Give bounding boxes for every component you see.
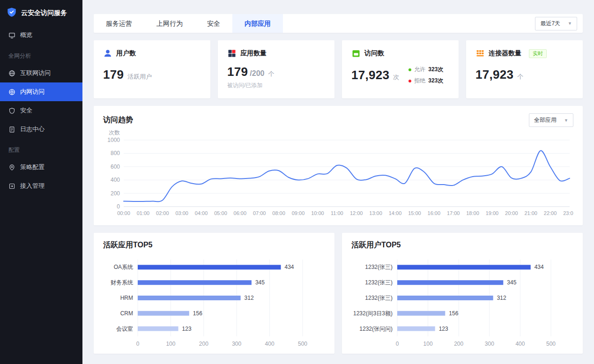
stat-card-users: 用户数 179 活跃用户 — [94, 40, 210, 98]
svg-text:14:00: 14:00 — [389, 210, 402, 216]
stat-unit: 次 — [393, 73, 399, 82]
overview-icon — [8, 32, 15, 39]
svg-text:02:00: 02:00 — [156, 210, 169, 216]
svg-text:156: 156 — [193, 310, 202, 317]
intranet-icon — [8, 89, 15, 96]
sidebar-item-intranet-access[interactable]: 内网访问 — [0, 82, 82, 101]
top-users-card: 活跃用户TOP5 01002003004005001232(张三)4341232… — [342, 233, 583, 354]
svg-text:17:00: 17:00 — [447, 210, 460, 216]
stat-unit: 个 — [517, 73, 523, 81]
date-range-select[interactable]: 最近7天 ▼ — [535, 17, 577, 30]
top5-section: 活跃应用TOP5 0100200300400500OA系统434财务系统345H… — [94, 233, 583, 354]
svg-text:345: 345 — [507, 279, 516, 286]
svg-text:123: 123 — [182, 326, 192, 332]
chevron-down-icon: ▼ — [564, 118, 568, 123]
sidebar-item-label: 互联网访问 — [20, 69, 51, 77]
trend-card: 访问趋势 全部应用 ▼ 02004006008001000次数00:0001:0… — [94, 106, 583, 225]
top-apps-card: 活跃应用TOP5 0100200300400500OA系统434财务系统345H… — [94, 233, 334, 354]
stat-cards: 用户数 179 活跃用户 应用数量 179 /200 个 — [94, 40, 583, 98]
svg-text:财务系统: 财务系统 — [111, 279, 133, 286]
svg-text:300: 300 — [232, 341, 241, 347]
sidebar-item-label: 概览 — [20, 31, 32, 39]
tab-bar: 服务运营 上网行为 安全 内部应用 最近7天 ▼ — [94, 14, 583, 33]
svg-text:200: 200 — [199, 341, 208, 347]
svg-text:04:00: 04:00 — [195, 210, 208, 216]
sidebar-section-analysis: 全网分析 — [0, 45, 82, 64]
shield-icon — [8, 107, 15, 114]
logo-shield-icon — [7, 7, 17, 19]
sidebar-item-access-management[interactable]: 接入管理 — [0, 177, 82, 195]
legend-row-allowed: 允许 323次 — [408, 66, 443, 74]
log-icon — [8, 126, 15, 133]
trend-chart: 02004006008001000次数00:0001:0002:0003:000… — [103, 128, 573, 219]
svg-text:0: 0 — [117, 203, 120, 210]
svg-text:200: 200 — [111, 190, 120, 197]
chevron-down-icon: ▼ — [568, 21, 572, 26]
sidebar-item-policy-config[interactable]: 策略配置 — [0, 158, 82, 177]
svg-text:600: 600 — [111, 163, 120, 170]
svg-text:01:00: 01:00 — [137, 210, 150, 216]
tab-internet-behavior[interactable]: 上网行为 — [144, 14, 195, 33]
app-title: 云安全访问服务 — [21, 9, 67, 17]
allowed-dot-icon — [408, 68, 411, 71]
sidebar-item-security[interactable]: 安全 — [0, 101, 82, 120]
tab-internal-apps[interactable]: 内部应用 — [232, 14, 283, 33]
svg-text:312: 312 — [497, 295, 506, 301]
svg-text:800: 800 — [111, 150, 120, 156]
app-logo: 云安全访问服务 — [0, 0, 82, 26]
sidebar-section-config: 配置 — [0, 139, 82, 158]
svg-text:05:00: 05:00 — [214, 210, 227, 216]
stat-total: /200 — [250, 69, 264, 78]
stat-title: 连接器数量 — [489, 49, 521, 58]
svg-text:1232(张三): 1232(张三) — [365, 279, 393, 286]
stat-title: 访问数 — [364, 49, 384, 58]
app-root: 云安全访问服务 概览 全网分析 互联网访问 内网访问 — [0, 0, 594, 364]
top-apps-title: 活跃应用TOP5 — [103, 240, 325, 250]
svg-text:08:00: 08:00 — [272, 210, 285, 216]
svg-text:HRM: HRM — [120, 295, 133, 301]
stat-card-visits: 访问数 17,923 次 允许 323次 — [342, 40, 459, 98]
visits-legend: 允许 323次 拒绝 323次 — [408, 66, 443, 85]
sidebar-item-overview[interactable]: 概览 — [0, 26, 82, 45]
svg-text:10:00: 10:00 — [311, 210, 324, 216]
realtime-badge: 实时 — [529, 49, 547, 58]
svg-text:07:00: 07:00 — [253, 210, 266, 216]
svg-text:会议室: 会议室 — [116, 326, 133, 332]
connector-grid-icon — [475, 49, 485, 58]
svg-text:16:00: 16:00 — [428, 210, 441, 216]
legend-value: 323次 — [428, 66, 443, 74]
date-range-value: 最近7天 — [540, 20, 560, 28]
svg-text:22:00: 22:00 — [544, 210, 557, 216]
top-apps-chart: 0100200300400500OA系统434财务系统345HRM312CRM1… — [103, 255, 325, 349]
svg-text:09:00: 09:00 — [292, 210, 305, 216]
stat-value: 17,923 — [351, 68, 389, 82]
legend-label: 允许 — [414, 66, 425, 74]
stat-title: 用户数 — [116, 49, 136, 58]
svg-text:1232(张问问): 1232(张问问) — [359, 326, 393, 332]
svg-text:19:00: 19:00 — [486, 210, 499, 216]
svg-text:156: 156 — [449, 310, 458, 317]
app-filter-select[interactable]: 全部应用 ▼ — [529, 113, 573, 127]
denied-dot-icon — [408, 80, 411, 82]
svg-text:1232(张三): 1232(张三) — [365, 264, 393, 270]
svg-text:312: 312 — [245, 295, 254, 301]
tab-security[interactable]: 安全 — [195, 14, 232, 33]
legend-row-denied: 拒绝 323次 — [408, 77, 443, 85]
tab-service-operations[interactable]: 服务运营 — [94, 14, 144, 33]
stat-subtitle: 被访问/已添加 — [227, 82, 325, 89]
sidebar-item-label: 内网访问 — [20, 88, 45, 96]
svg-text:434: 434 — [285, 264, 294, 270]
sidebar-item-log-center[interactable]: 日志中心 — [0, 120, 82, 139]
svg-text:300: 300 — [485, 341, 494, 347]
sidebar-item-internet-access[interactable]: 互联网访问 — [0, 64, 82, 82]
sidebar: 云安全访问服务 概览 全网分析 互联网访问 内网访问 — [0, 0, 82, 364]
svg-text:21:00: 21:00 — [524, 210, 537, 216]
svg-text:400: 400 — [515, 341, 525, 347]
svg-text:500: 500 — [546, 341, 556, 347]
trend-title: 访问趋势 — [103, 115, 133, 125]
sidebar-item-label: 策略配置 — [20, 163, 45, 171]
stat-card-connectors: 连接器数量 实时 17,923 个 — [466, 40, 583, 98]
svg-text:1000: 1000 — [107, 137, 120, 143]
svg-text:15:00: 15:00 — [408, 210, 421, 216]
svg-text:18:00: 18:00 — [466, 210, 479, 216]
